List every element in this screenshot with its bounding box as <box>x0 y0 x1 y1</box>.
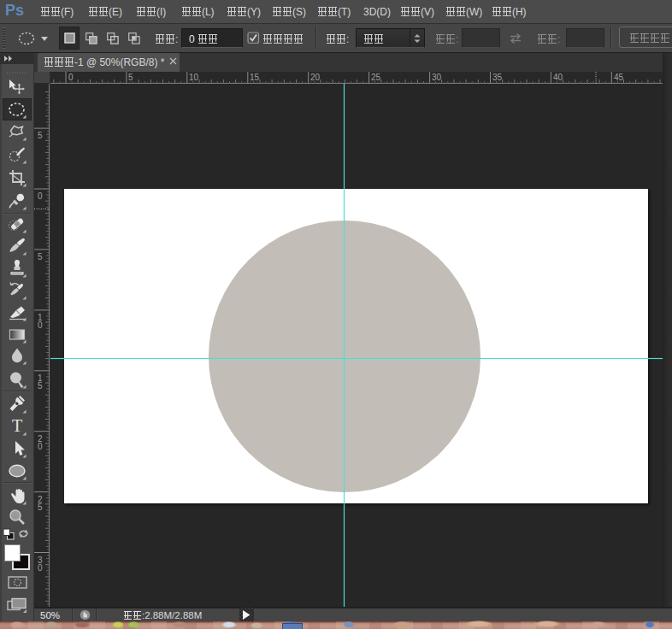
svg-text:T: T <box>12 417 22 435</box>
